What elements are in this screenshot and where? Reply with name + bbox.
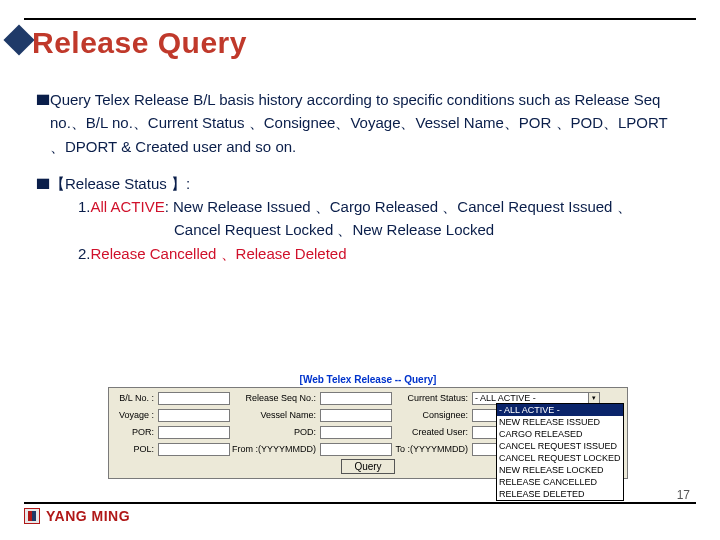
select-value: - ALL ACTIVE - [475,393,536,403]
bullet-2-head: 【Release Status 】: [50,172,684,195]
bullet-2-block: 【Release Status 】: 1.All ACTIVE: New Rel… [50,172,684,265]
num-1: 1. [78,198,91,215]
input-release-seq[interactable] [320,392,392,405]
status-option[interactable]: CARGO RELEASED [497,428,623,440]
top-rule [24,18,696,20]
bullet-2-item-2: 2.Release Cancelled 、Release Deleted [50,242,684,265]
input-from-date[interactable] [320,443,392,456]
bullet-1: ⯀ Query Telex Release B/L basis history … [36,88,684,158]
input-bl-no[interactable] [158,392,230,405]
logo-icon [24,508,40,524]
input-vessel-name[interactable] [320,409,392,422]
embedded-screenshot: [Web Telex Release -- Query] B/L No. : R… [108,374,628,479]
chevron-down-icon: ▾ [588,393,599,404]
label-pod: POD: [232,427,318,437]
bullet-icon: ⯀ [36,172,50,265]
page-title: Release Query [32,26,247,60]
status-option[interactable]: RELEASE DELETED [497,488,623,500]
status-option[interactable]: NEW RELEASE LOCKED [497,464,623,476]
input-pol[interactable] [158,443,230,456]
bullet-2-item-1: 1.All ACTIVE: New Release Issued 、Cargo … [50,195,684,218]
status-option[interactable]: NEW RELEASE ISSUED [497,416,623,428]
all-active-red: All ACTIVE [91,198,165,215]
brand-text: YANG MING [46,508,130,524]
label-release-seq: Release Seq No.: [232,393,318,403]
input-pod[interactable] [320,426,392,439]
bullet-2: ⯀ 【Release Status 】: 1.All ACTIVE: New R… [36,172,684,265]
input-por[interactable] [158,426,230,439]
bullet-icon: ⯀ [36,88,50,158]
input-voyage[interactable] [158,409,230,422]
label-to-date: To :(YYYYMMDD) [394,444,470,454]
label-from-date: From :(YYYYMMDD) [232,444,318,454]
body-text: ⯀ Query Telex Release B/L basis history … [36,88,684,279]
bullet-1-text: Query Telex Release B/L basis history ac… [50,88,684,158]
page-number: 17 [677,488,690,502]
label-pol: POL: [112,444,156,454]
footer: YANG MING [24,502,696,524]
status-option[interactable]: CANCEL REQUEST LOCKED [497,452,623,464]
screenshot-caption: [Web Telex Release -- Query] [108,374,628,385]
bullet-2-item-1-line2: Cancel Request Locked 、New Release Locke… [50,218,684,241]
status-option[interactable]: - ALL ACTIVE - [497,404,623,416]
status-option[interactable]: CANCEL REQUEST ISSUED [497,440,623,452]
status-option[interactable]: RELEASE CANCELLED [497,476,623,488]
label-consignee: Consignee: [394,410,470,420]
label-vessel-name: Vessel Name: [232,410,318,420]
query-form: B/L No. : Release Seq No.: Current Statu… [108,387,628,479]
query-button[interactable]: Query [341,459,394,474]
label-created-user: Created User: [394,427,470,437]
item-1-rest: : New Release Issued 、Cargo Released 、Ca… [165,198,632,215]
label-bl-no: B/L No. : [112,393,156,403]
slide: Release Query ⯀ Query Telex Release B/L … [0,0,720,540]
label-por: POR: [112,427,156,437]
diamond-icon [3,24,34,55]
label-voyage: Voyage : [112,410,156,420]
status-dropdown-open[interactable]: - ALL ACTIVE - NEW RELEASE ISSUED CARGO … [496,403,624,501]
label-current-status: Current Status: [394,393,470,403]
num-2: 2. [78,245,91,262]
item-2-red: Release Cancelled 、Release Deleted [91,245,347,262]
